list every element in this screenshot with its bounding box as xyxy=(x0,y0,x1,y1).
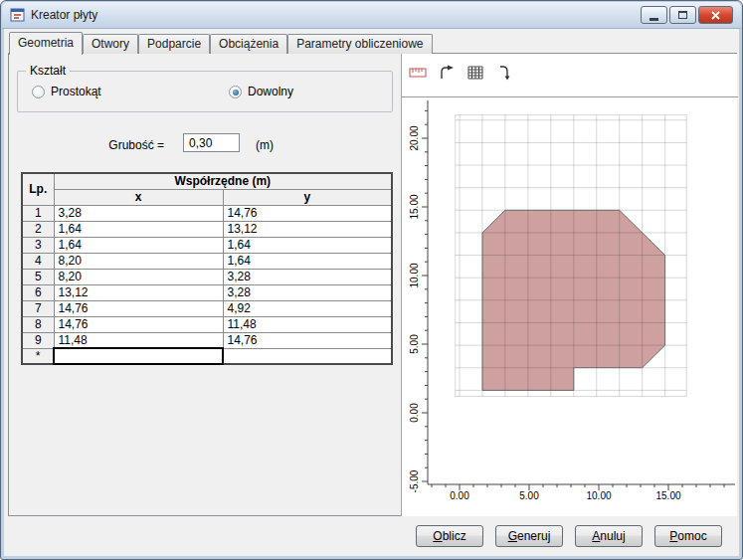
oblicz-button[interactable]: Oblicz xyxy=(416,525,483,547)
table-row: 9 11,48 14,76 xyxy=(22,332,392,348)
svg-text:15.00: 15.00 xyxy=(655,490,680,501)
row-header[interactable]: 6 xyxy=(22,284,54,300)
row-header[interactable]: 1 xyxy=(22,205,54,221)
plot-panel: 20.0015.0010.005.000.00-5.000.005.0010.0… xyxy=(401,54,737,516)
grid-toggle-button[interactable] xyxy=(464,63,486,83)
radio-icon xyxy=(229,86,242,98)
generuj-button[interactable]: Generuj xyxy=(495,525,563,547)
cell-y[interactable]: 14,76 xyxy=(223,332,392,348)
cell-x[interactable]: 8,20 xyxy=(54,269,223,284)
table-row: 5 8,20 3,28 xyxy=(22,269,392,284)
table-row: 8 14,76 11,48 xyxy=(22,316,392,332)
titlebar[interactable]: Kreator płyty xyxy=(2,2,741,29)
grid-icon xyxy=(467,66,483,80)
cell-x[interactable]: 14,76 xyxy=(54,316,223,332)
row-header[interactable]: * xyxy=(22,348,54,364)
rotate-arrow-icon xyxy=(439,65,455,81)
row-header[interactable]: 2 xyxy=(22,221,54,237)
cell-x[interactable]: 8,20 xyxy=(54,253,223,269)
dimension-ruler-icon xyxy=(409,66,427,80)
radio-dowolny[interactable]: Dowolny xyxy=(229,85,293,98)
hook-arrow-button[interactable] xyxy=(493,63,515,83)
generuj-label: Generuj xyxy=(502,529,556,543)
cell-x[interactable]: 1,64 xyxy=(54,221,223,237)
svg-text:10.00: 10.00 xyxy=(409,263,420,287)
cell-x-active[interactable] xyxy=(54,348,223,364)
cell-x[interactable]: 11,48 xyxy=(54,332,223,348)
maximize-icon xyxy=(678,11,687,19)
svg-text:5.00: 5.00 xyxy=(409,334,420,354)
oblicz-label: Oblicz xyxy=(423,529,476,543)
thickness-label: Grubość = xyxy=(93,138,164,152)
tab-parametry-obliczeniowe[interactable]: Parametry obliczeniowe xyxy=(287,34,432,54)
svg-text:0.00: 0.00 xyxy=(450,490,469,501)
tab-geometria[interactable]: Geometria xyxy=(9,32,83,55)
pomoc-button[interactable]: Pomoc xyxy=(654,525,722,547)
window-controls xyxy=(641,6,733,24)
anuluj-button[interactable]: Anuluj xyxy=(575,525,643,547)
minimize-icon xyxy=(650,18,658,21)
close-button[interactable] xyxy=(698,6,733,24)
table-subheader-row: x y xyxy=(22,189,392,205)
col-header-y: y xyxy=(223,189,392,205)
table-header-row: Lp. Współrzędne (m) xyxy=(22,173,392,189)
table-row: 2 1,64 13,12 xyxy=(22,221,392,237)
svg-text:15.00: 15.00 xyxy=(409,194,420,219)
cell-y[interactable]: 11,48 xyxy=(223,316,392,332)
cell-y[interactable]: 1,64 xyxy=(223,253,392,269)
plot-toolbar xyxy=(407,63,515,83)
cell-x[interactable]: 1,64 xyxy=(54,237,223,253)
svg-text:10.00: 10.00 xyxy=(586,490,611,501)
cell-y[interactable]: 3,28 xyxy=(223,284,392,300)
thickness-input[interactable] xyxy=(183,133,240,152)
rotate-button[interactable] xyxy=(436,63,458,83)
cell-y[interactable]: 3,28 xyxy=(223,269,392,284)
cell-y[interactable]: 4,92 xyxy=(223,300,392,316)
col-header-x: x xyxy=(54,189,223,205)
coordinates-table: Lp. Współrzędne (m) x y 1 3,28 14,76 2 1… xyxy=(21,172,393,365)
tab-obciazenia[interactable]: Obciążenia xyxy=(210,34,287,54)
shape-groupbox: Kształt Prostokąt Dowolny xyxy=(17,71,393,112)
tab-podparcie[interactable]: Podparcie xyxy=(138,34,210,54)
plot-canvas[interactable]: 20.0015.0010.005.000.00-5.000.005.0010.0… xyxy=(402,97,738,516)
table-row: 6 13,12 3,28 xyxy=(22,284,392,300)
table-group-header: Współrzędne (m) xyxy=(54,173,392,189)
cell-y[interactable]: 13,12 xyxy=(223,221,392,237)
cell-x[interactable]: 13,12 xyxy=(54,284,223,300)
pomoc-label: Pomoc xyxy=(661,529,715,543)
table-row: * xyxy=(22,348,392,364)
svg-text:20.00: 20.00 xyxy=(409,125,420,150)
cell-x[interactable]: 14,76 xyxy=(54,300,223,316)
row-header[interactable]: 9 xyxy=(22,332,54,348)
radio-prostokat[interactable]: Prostokąt xyxy=(32,85,101,98)
hook-arrow-icon xyxy=(497,65,511,81)
col-header-lp: Lp. xyxy=(22,173,54,205)
cell-y[interactable]: 14,76 xyxy=(223,205,392,221)
maximize-button[interactable] xyxy=(669,6,696,24)
radio-label: Prostokąt xyxy=(51,85,101,98)
row-header[interactable]: 7 xyxy=(22,300,54,316)
row-header[interactable]: 4 xyxy=(22,253,54,269)
shape-group-title: Kształt xyxy=(26,64,70,78)
cell-x[interactable]: 3,28 xyxy=(54,205,223,221)
app-icon xyxy=(10,7,26,23)
close-icon xyxy=(711,11,720,20)
minimize-button[interactable] xyxy=(641,6,667,24)
radio-icon xyxy=(32,86,45,98)
table-row: 7 14,76 4,92 xyxy=(22,300,392,316)
row-header[interactable]: 3 xyxy=(22,237,54,253)
radio-label: Dowolny xyxy=(248,85,293,98)
dialog-window: Kreator płyty Geometria Otwory Podparcie… xyxy=(0,0,743,560)
row-header[interactable]: 5 xyxy=(22,269,54,284)
cell-y[interactable]: 1,64 xyxy=(223,237,392,253)
dimension-ruler-button[interactable] xyxy=(407,63,429,83)
window-title: Kreator płyty xyxy=(31,8,97,22)
table-row: 1 3,28 14,76 xyxy=(22,205,392,221)
table-row: 4 8,20 1,64 xyxy=(22,253,392,269)
tab-otwory[interactable]: Otwory xyxy=(83,34,138,54)
table-row: 3 1,64 1,64 xyxy=(22,237,392,253)
svg-text:0.00: 0.00 xyxy=(409,403,420,423)
cell-y[interactable] xyxy=(223,348,392,364)
svg-text:-5.00: -5.00 xyxy=(409,469,420,492)
row-header[interactable]: 8 xyxy=(22,316,54,332)
